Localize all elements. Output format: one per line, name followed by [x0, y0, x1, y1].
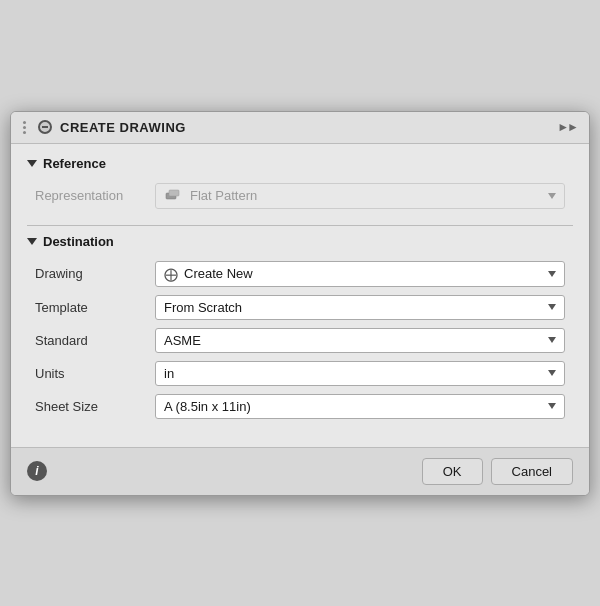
reference-section: Reference Representation Flat Pattern [27, 156, 573, 209]
section-divider [27, 225, 573, 226]
create-drawing-dialog: CREATE DRAWING ►► Reference Representati… [10, 111, 590, 496]
title-bar-grip [23, 121, 26, 134]
footer-left: i [27, 461, 47, 481]
representation-row: Representation Flat Pattern [27, 183, 573, 209]
drawing-value: Create New [184, 266, 253, 281]
sheet-size-value: A (8.5in x 11in) [164, 399, 251, 414]
sheet-size-dropdown-arrow-icon [548, 403, 556, 409]
reference-section-label: Reference [43, 156, 106, 171]
template-row: Template From Scratch [27, 295, 573, 320]
destination-section-header: Destination [27, 234, 573, 249]
drawing-label: Drawing [35, 266, 155, 281]
footer-buttons: OK Cancel [422, 458, 573, 485]
representation-dropdown[interactable]: Flat Pattern [155, 183, 565, 209]
dialog-body: Reference Representation Flat Pattern [11, 144, 589, 447]
units-value: in [164, 366, 174, 381]
forward-arrows-icon[interactable]: ►► [557, 120, 577, 134]
destination-section-label: Destination [43, 234, 114, 249]
sheet-size-label: Sheet Size [35, 399, 155, 414]
title-bar: CREATE DRAWING ►► [11, 112, 589, 144]
template-content: From Scratch [164, 300, 544, 315]
drawing-content: ⨁ Create New [164, 266, 544, 282]
template-dropdown[interactable]: From Scratch [155, 295, 565, 320]
standard-row: Standard ASME [27, 328, 573, 353]
window-icon [38, 120, 52, 134]
standard-content: ASME [164, 333, 544, 348]
units-row: Units in [27, 361, 573, 386]
dialog-footer: i OK Cancel [11, 447, 589, 495]
info-button[interactable]: i [27, 461, 47, 481]
template-value: From Scratch [164, 300, 242, 315]
representation-content: Flat Pattern [164, 188, 544, 204]
ok-button[interactable]: OK [422, 458, 483, 485]
create-new-icon: ⨁ [164, 266, 178, 282]
flat-pattern-icon [164, 188, 184, 204]
representation-label: Representation [35, 188, 155, 203]
title-bar-left: CREATE DRAWING [23, 120, 186, 135]
sheet-size-row: Sheet Size A (8.5in x 11in) [27, 394, 573, 419]
destination-section: Destination Drawing ⨁ Create New Templat… [27, 234, 573, 419]
cancel-button[interactable]: Cancel [491, 458, 573, 485]
drawing-dropdown-arrow-icon [548, 271, 556, 277]
sheet-size-dropdown[interactable]: A (8.5in x 11in) [155, 394, 565, 419]
standard-value: ASME [164, 333, 201, 348]
drawing-row: Drawing ⨁ Create New [27, 261, 573, 287]
standard-label: Standard [35, 333, 155, 348]
svg-rect-1 [169, 190, 179, 196]
template-label: Template [35, 300, 155, 315]
units-content: in [164, 366, 544, 381]
drawing-dropdown[interactable]: ⨁ Create New [155, 261, 565, 287]
units-dropdown-arrow-icon [548, 370, 556, 376]
reference-section-header: Reference [27, 156, 573, 171]
standard-dropdown[interactable]: ASME [155, 328, 565, 353]
sheet-size-content: A (8.5in x 11in) [164, 399, 544, 414]
representation-value: Flat Pattern [190, 188, 257, 203]
destination-collapse-triangle-icon[interactable] [27, 238, 37, 245]
units-label: Units [35, 366, 155, 381]
representation-dropdown-arrow-icon [548, 193, 556, 199]
collapse-triangle-icon[interactable] [27, 160, 37, 167]
template-dropdown-arrow-icon [548, 304, 556, 310]
dialog-title: CREATE DRAWING [60, 120, 186, 135]
units-dropdown[interactable]: in [155, 361, 565, 386]
standard-dropdown-arrow-icon [548, 337, 556, 343]
